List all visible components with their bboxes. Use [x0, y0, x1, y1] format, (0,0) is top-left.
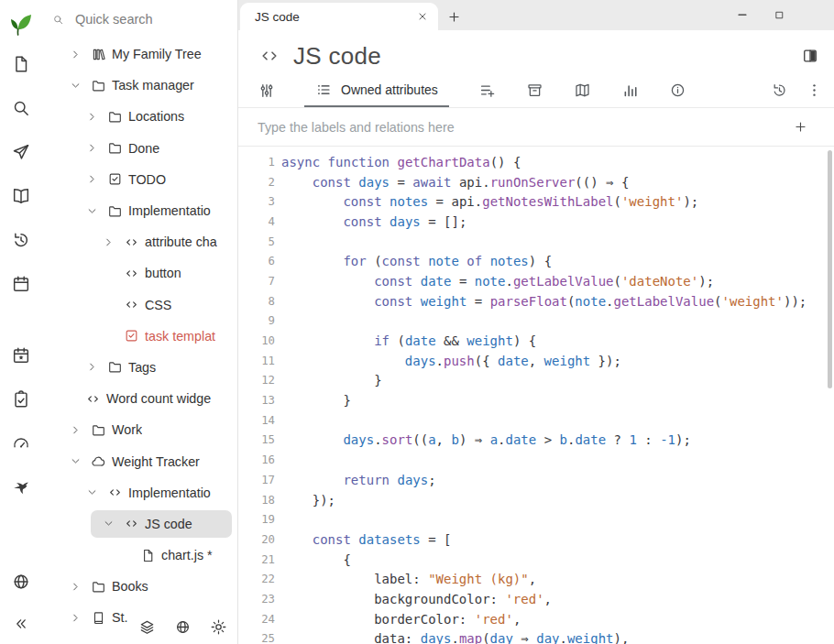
- note-type-button[interactable]: [258, 45, 280, 67]
- quick-search[interactable]: Quick search: [41, 0, 237, 38]
- launcher-search-button[interactable]: [0, 86, 41, 130]
- tree-item-implementatio[interactable]: Implementatio: [41, 477, 237, 508]
- code-line-22[interactable]: 22 label: "Weight (kg)",: [238, 569, 834, 589]
- expand-chevron-icon[interactable]: [69, 580, 91, 594]
- code-text: const days = await api.runOnServer(() ⇒ …: [275, 175, 629, 190]
- tab-js-code[interactable]: JS code: [240, 3, 438, 30]
- app-logo[interactable]: [7, 7, 35, 42]
- ribbon-archive-button[interactable]: [511, 73, 559, 107]
- maximize-button[interactable]: [761, 0, 797, 29]
- code-line-10[interactable]: 10 if (date && weight) {: [238, 331, 834, 351]
- bar-chart-icon: [621, 82, 639, 99]
- launcher-globe-button[interactable]: [0, 560, 41, 604]
- tree-gear-button[interactable]: [208, 615, 228, 639]
- launcher-gauge-button[interactable]: [0, 421, 41, 465]
- expand-chevron-icon[interactable]: [85, 110, 107, 124]
- editor-scrollbar[interactable]: [828, 150, 832, 388]
- tree-item-done[interactable]: Done: [41, 133, 237, 164]
- collapse-chevron-icon[interactable]: [85, 486, 107, 499]
- tree-layers-button[interactable]: [137, 615, 157, 639]
- tree-item-css[interactable]: CSS: [41, 289, 237, 321]
- code-line-16[interactable]: 16: [238, 450, 834, 470]
- new-tab-button[interactable]: [438, 3, 469, 30]
- launcher-book-open-button[interactable]: [0, 174, 41, 218]
- launcher-tasks-button[interactable]: [0, 377, 41, 421]
- code-line-13[interactable]: 13 }: [238, 390, 834, 410]
- code-line-12[interactable]: 12 }: [238, 371, 834, 391]
- collapse-chevron-icon[interactable]: [85, 204, 107, 218]
- code-editor[interactable]: 1async function getChartData() {2 const …: [238, 147, 834, 644]
- expand-chevron-icon[interactable]: [69, 423, 91, 437]
- tree-item-work[interactable]: Work: [41, 414, 237, 445]
- tree-item-implementatio[interactable]: Implementatio: [41, 195, 237, 226]
- code-line-1[interactable]: 1async function getChartData() {: [238, 152, 834, 172]
- minimize-button[interactable]: [724, 0, 761, 29]
- launcher-calendar-star-button[interactable]: [0, 333, 41, 377]
- expand-chevron-icon[interactable]: [85, 141, 107, 155]
- ribbon-sliders-button[interactable]: [253, 73, 280, 107]
- expand-chevron-icon[interactable]: [85, 360, 107, 374]
- code-line-5[interactable]: 5: [238, 232, 834, 252]
- code-line-19[interactable]: 19: [238, 509, 834, 529]
- expand-chevron-icon[interactable]: [102, 235, 124, 249]
- tree-item-word-count-widge[interactable]: Word count widge: [41, 383, 237, 414]
- collapse-sidebar-button[interactable]: [0, 604, 41, 644]
- tree-item-task-manager[interactable]: Task manager: [41, 70, 237, 101]
- ribbon-map-button[interactable]: [559, 73, 607, 107]
- add-attribute-button[interactable]: [793, 119, 808, 135]
- code-line-25[interactable]: 25 data: days.map(day ⇒ day.weight),: [238, 629, 834, 644]
- tree-globe-button[interactable]: [172, 615, 192, 639]
- tree-item-todo[interactable]: TODO: [41, 164, 237, 195]
- code-line-17[interactable]: 17 return days;: [238, 470, 834, 490]
- code-line-15[interactable]: 15 days.sort((a, b) ⇒ a.date > b.date ? …: [238, 431, 834, 451]
- expand-chevron-icon[interactable]: [69, 48, 91, 61]
- split-view-button[interactable]: [801, 47, 819, 65]
- code-line-8[interactable]: 8 const weight = parseFloat(note.getLabe…: [238, 291, 834, 311]
- code-line-21[interactable]: 21 {: [238, 550, 834, 570]
- code-line-2[interactable]: 2 const days = await api.runOnServer(() …: [238, 172, 834, 192]
- collapse-chevron-icon[interactable]: [69, 454, 91, 468]
- tree-item-my-family-tree[interactable]: My Family Tree: [41, 38, 237, 70]
- code-line-4[interactable]: 4 const days = [];: [238, 212, 834, 232]
- tree-item-tags[interactable]: Tags: [41, 352, 237, 383]
- tab-close-button[interactable]: [416, 10, 429, 23]
- ribbon-list-plus-button[interactable]: [464, 73, 511, 107]
- line-number: 16: [238, 453, 275, 466]
- ribbon-bar-chart-button[interactable]: [607, 73, 654, 107]
- expand-chevron-icon[interactable]: [85, 172, 107, 186]
- collapse-chevron-icon[interactable]: [69, 79, 91, 93]
- code-line-14[interactable]: 14: [238, 410, 834, 431]
- tree-item-books[interactable]: Books: [41, 571, 237, 602]
- tree-item-weight-tracker[interactable]: Weight Tracker: [41, 445, 237, 476]
- note-title[interactable]: JS code: [293, 42, 788, 71]
- launcher-bird-button[interactable]: [0, 465, 41, 509]
- tree-item-locations[interactable]: Locations: [41, 101, 237, 132]
- code-line-24[interactable]: 24 borderColor: 'red',: [238, 609, 834, 629]
- launcher-history-button[interactable]: [0, 218, 41, 262]
- code-line-11[interactable]: 11 days.push({ date, weight });: [238, 351, 834, 371]
- launcher-send-button[interactable]: [0, 130, 41, 174]
- expand-chevron-icon[interactable]: [69, 611, 91, 625]
- code-line-18[interactable]: 18 });: [238, 490, 834, 510]
- tree-item-js-code[interactable]: JS code: [41, 508, 237, 540]
- note-revisions-history-button[interactable]: [759, 73, 799, 107]
- launcher-calendar-button[interactable]: [0, 262, 41, 306]
- code-line-23[interactable]: 23 backgroundColor: 'red',: [238, 589, 834, 609]
- code-line-3[interactable]: 3 const notes = api.getNotesWithLabel('w…: [238, 191, 834, 212]
- code-line-6[interactable]: 6 for (const note of notes) {: [238, 251, 834, 271]
- close-button[interactable]: [797, 0, 834, 29]
- ribbon-info-button[interactable]: [654, 73, 702, 107]
- chevron-down-icon: [85, 204, 99, 218]
- tree-item-chart-js[interactable]: chart.js *: [41, 540, 237, 571]
- code-line-9[interactable]: 9: [238, 311, 834, 332]
- note-actions-menu-button[interactable]: [799, 73, 829, 107]
- launcher-new-note-button[interactable]: [0, 42, 41, 86]
- code-line-20[interactable]: 20 const datasets = [: [238, 529, 834, 550]
- attribute-editor[interactable]: Type the labels and relations here: [238, 108, 834, 147]
- tree-item-button[interactable]: button: [41, 257, 237, 289]
- tree-item-attribute-cha[interactable]: attribute cha: [41, 226, 237, 257]
- code-line-7[interactable]: 7 const date = note.getLabelValue('dateN…: [238, 271, 834, 291]
- ribbon-tab-owned-attributes[interactable]: Owned attributes: [304, 73, 449, 107]
- tree-item-task-templat[interactable]: task templat: [41, 321, 237, 352]
- collapse-chevron-icon[interactable]: [102, 517, 124, 530]
